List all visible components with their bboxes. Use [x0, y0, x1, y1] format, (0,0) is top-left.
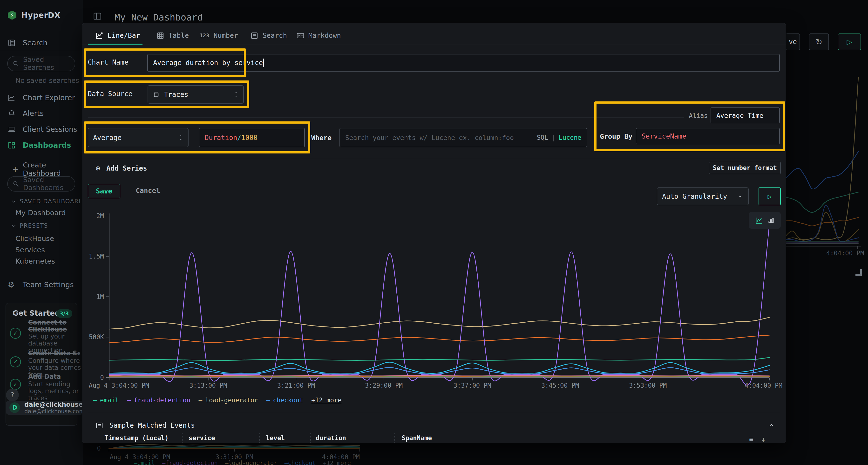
lucene-mode-toggle[interactable]: Lucene — [559, 134, 581, 141]
sidebar-item-label: Alerts — [23, 109, 44, 118]
expression-token: / — [237, 134, 241, 142]
legend-dash-icon: — — [93, 397, 97, 404]
dashboard-play-button[interactable]: ▷ — [838, 33, 861, 50]
sidebar-item-client-sessions[interactable]: Client Sessions — [8, 125, 77, 133]
aggregation-select[interactable]: Average — [88, 128, 189, 147]
table-sort-icon[interactable]: ≡ — [749, 435, 753, 443]
legend-dash-icon: — — [284, 460, 288, 465]
no-saved-searches: No saved searches — [16, 77, 79, 85]
sql-mode-toggle[interactable]: SQL — [537, 134, 548, 141]
play-icon: ▷ — [768, 193, 772, 200]
create-dashboard-button[interactable]: + Create Dashboard — [12, 161, 83, 177]
cancel-button[interactable]: Cancel — [136, 187, 160, 195]
markdown-icon — [296, 32, 304, 39]
svg-text:1M: 1M — [96, 293, 104, 300]
chevron-down-icon — [11, 223, 17, 228]
refresh-icon: ↻ — [815, 37, 823, 47]
chart-type-toggle[interactable] — [749, 212, 781, 229]
bar-chart-icon[interactable] — [768, 217, 774, 224]
sidebar-item-team-settings[interactable]: ⚙ Team Settings — [8, 280, 74, 289]
add-series-button[interactable]: ⊕ Add Series — [95, 164, 147, 173]
sidebar-item-dashboards[interactable]: Dashboards — [8, 141, 71, 150]
svg-text:2M: 2M — [96, 212, 104, 220]
help-button[interactable]: ? — [6, 389, 19, 401]
avatar: D — [9, 402, 20, 413]
svg-text:3:45:00 PM: 3:45:00 PM — [541, 382, 579, 389]
refresh-button[interactable]: ↻ — [809, 33, 829, 50]
brand-name: HyperDX — [21, 10, 61, 20]
column-separator — [395, 433, 395, 442]
saved-dashboards-section-header[interactable]: SAVED DASHBOARDS — [11, 198, 80, 205]
chart-editor-modal: Line/Bar Table 123 Number Search Markdow… — [82, 23, 786, 443]
set-number-format-button[interactable]: Set number format — [709, 162, 781, 174]
saved-searches-placeholder: Saved Searches — [23, 56, 72, 72]
group-by-label: Group By — [600, 133, 632, 140]
tab-search[interactable]: Search — [250, 32, 287, 39]
column-separator — [182, 433, 183, 442]
step-title: Connect to ClickHouse — [28, 319, 69, 333]
collapse-chevron-icon[interactable] — [768, 422, 775, 428]
sidebar-item-search[interactable]: Search — [8, 38, 48, 47]
tab-markdown[interactable]: Markdown — [296, 32, 341, 39]
save-button[interactable]: Save — [88, 184, 120, 198]
sample-events-header[interactable]: Sample Matched Events — [95, 421, 195, 429]
dashboard-save-button-partial[interactable]: ve — [785, 33, 800, 50]
select-chevrons-icon — [179, 134, 183, 141]
data-source-select[interactable]: Traces — [148, 85, 244, 104]
legend-dash-icon: — — [225, 460, 228, 465]
sidebar-item-chart-explorer[interactable]: Chart Explorer — [8, 94, 75, 102]
svg-text:3:13:00 PM: 3:13:00 PM — [189, 382, 227, 389]
legend-entry: —fraud-detection — [127, 397, 190, 404]
legend-more-link[interactable]: +12 more — [311, 397, 341, 404]
svg-text:500K: 500K — [89, 333, 104, 341]
sidebar-item-my-dashboard[interactable]: My Dashboard — [16, 209, 66, 217]
where-label: Where — [311, 134, 332, 142]
where-search-input[interactable]: Search your events w/ Lucene ex. column:… — [340, 128, 587, 147]
column-header[interactable]: SpanName — [402, 434, 432, 442]
line-chart-icon[interactable] — [755, 217, 763, 224]
table-download-icon[interactable]: ↓ — [761, 435, 766, 443]
alias-input[interactable]: Average Time — [711, 107, 780, 123]
tab-number[interactable]: 123 Number — [199, 32, 238, 39]
saved-dashboards-input[interactable]: Saved Dashboards — [7, 176, 75, 192]
user-menu[interactable]: D dale@clickhouse.c dale@clickhouse.com'… — [6, 401, 83, 414]
step-title: Add Data — [28, 373, 80, 380]
screen: My New Dashboard ve ↻ ▷ 4:04:00 PM Aug 4… — [0, 0, 868, 465]
column-header[interactable]: level — [266, 434, 285, 442]
svg-text:0: 0 — [100, 374, 104, 381]
background-chart-right: 4:04:00 PM — [785, 72, 868, 265]
preview-chart: 2M1.5M1M500K0Aug 4 3:04:00 PM3:13:00 PM3… — [82, 211, 786, 390]
sidebar-toggle-icon[interactable] — [93, 12, 102, 20]
legend-entry: —checkout — [284, 460, 316, 465]
search-doc-icon — [8, 39, 16, 47]
sidebar-item-clickhouse[interactable]: ClickHouse — [16, 234, 54, 243]
column-header[interactable]: service — [189, 434, 215, 442]
get-started-badge: 3/3 — [56, 309, 72, 318]
tab-table[interactable]: Table — [156, 32, 189, 39]
tab-line-bar[interactable]: Line/Bar — [95, 32, 140, 39]
chart-name-input[interactable]: Average duration by service — [147, 54, 780, 72]
svg-text:1.5M: 1.5M — [89, 253, 104, 260]
list-icon — [95, 422, 103, 429]
page-title: My New Dashboard — [115, 12, 203, 23]
run-chart-button[interactable]: ▷ — [758, 188, 781, 205]
tabs-divider — [82, 44, 786, 45]
column-header[interactable]: Timestamp (Local) — [104, 434, 168, 442]
tile-resize-handle[interactable] — [856, 269, 862, 276]
sidebar-item-services[interactable]: Services — [16, 246, 45, 254]
svg-text:3:37:00 PM: 3:37:00 PM — [454, 382, 491, 389]
column-header[interactable]: duration — [316, 434, 346, 442]
check-circle-icon: ✓ — [10, 356, 21, 367]
brand[interactable]: ⚡ HyperDX — [8, 10, 61, 20]
step-desc: Start sending logs, metrics, or traces — [28, 381, 83, 402]
granularity-select[interactable]: Auto Granularity — [657, 188, 749, 205]
legend-entry: —fraud-detection — [162, 460, 218, 465]
sidebar-item-alerts[interactable]: Alerts — [8, 109, 44, 118]
field-expression-input[interactable]: Duration/1000 — [199, 128, 305, 147]
legend-dash-icon: — — [127, 397, 131, 404]
saved-searches-input[interactable]: Saved Searches — [7, 56, 75, 71]
presets-section-header[interactable]: PRESETS — [11, 222, 48, 229]
row-divider — [88, 158, 780, 158]
group-by-input[interactable]: ServiceName — [636, 128, 780, 144]
sidebar-item-kubernetes[interactable]: Kubernetes — [16, 257, 55, 265]
